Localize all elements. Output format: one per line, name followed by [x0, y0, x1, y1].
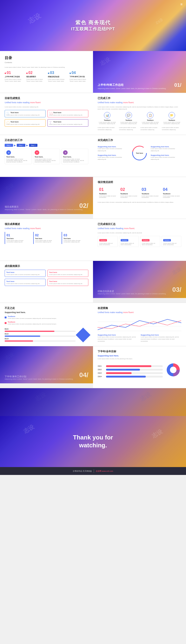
texthere-desc-4: Lorem ipsum dolor sit amet consectetur. [163, 242, 180, 245]
num-box-label-2: Texthere [120, 193, 138, 195]
cover-title-main: 紫色 商务现代 [75, 19, 111, 26]
footer-separator: | [93, 469, 94, 473]
not-done-label-4: Supporting text here. [151, 154, 181, 156]
dot-blue-2 [69, 72, 71, 74]
step-card-desc-3: Lorem ipsum dolor sit amet consectetur a… [63, 158, 87, 162]
shortcomings-subtitle: Supporting text here. [5, 311, 88, 314]
section1-title: 上半年/年终工作总结 [98, 83, 124, 87]
annual-pie-svg [165, 362, 181, 378]
toc-desc-2: Lorem ipsum dolor & dmet, 'Some' Lorem '… [26, 78, 45, 82]
prog-bar-2: 数据2 [5, 333, 75, 337]
done-col-1: Lorem ipsum dolor sit amet consectetur a… [98, 126, 117, 131]
step-arrow-2: ▶ [26, 144, 28, 146]
not-done-left: Supporting text here. Lorem ipsum dolor … [98, 146, 128, 160]
texthere-2: Texthere Lorem ipsum dolor sit amet cons… [119, 236, 139, 247]
overview-subtitle-normal: Unified fonts make reading [5, 227, 30, 230]
timeline-num-2: 02 [35, 233, 59, 237]
slide-shortcomings: 不足之处 Supporting text here. Texthere Lore… [0, 303, 93, 346]
not-done-desc-2: Lorem ipsum dolor sit amet consectetur a… [151, 148, 181, 152]
toc-item-2: 02 项目成果展示 Lorem ipsum dolor & dmet, 'Som… [26, 71, 45, 82]
slide-swot: 目标完成情况 Unified fonts make reading more f… [0, 93, 93, 135]
slide-pre-thankyou: 志设 志设 [0, 388, 186, 416]
project-status-title: 项目情况说明 [98, 180, 181, 184]
timeline-title-3: Text here [63, 238, 87, 239]
toc-num-1: 01 [5, 71, 24, 75]
step-1: Step 1 [5, 144, 13, 147]
feature-icon-4: 📁 [168, 112, 175, 118]
section3-label: 经验总结及改进 [98, 290, 181, 293]
done-work-desc: Lorem ipsum dolor sit amet, consectetur … [98, 106, 181, 110]
footer-right: 志设网 www.zs9.com [96, 470, 113, 472]
shortcoming-bullet-1 [5, 316, 7, 318]
case-1: Text here Lorem ipsum dolor sit amet con… [5, 270, 46, 277]
overview-title: 项目成果概述 [5, 222, 88, 226]
timeline-1: 01 Text here Lorem ipsum dolor sit amet … [5, 232, 31, 244]
slide-pair-toc: 目录 Contents Lorem ipsum dolor & dmet, 'S… [0, 51, 186, 93]
menu-icon[interactable]: ≡ [180, 2, 182, 6]
not-done-label-2: Supporting text here. [151, 146, 181, 148]
num-box-desc-2: Lorem ipsum dolor sit amet consectetur. [120, 195, 138, 198]
feature-label-1: Texthere [98, 120, 117, 121]
texthere-3: Texthere Lorem ipsum dolor sit amet cons… [140, 236, 160, 247]
slide-pair-section4: 志设 下半年/来年工作计划 Adipiscing dolor & dmet, '… [0, 346, 186, 388]
num-box-2: 02 Texthere Lorem ipsum dolor sit amet c… [119, 186, 139, 200]
toc-subtitle: Contents [5, 62, 88, 64]
timeline-3: 03 Text here Lorem ipsum dolor sit amet … [62, 232, 88, 244]
slide-thankyou: Thank you for watching. 志设 志设 [0, 416, 186, 467]
wm-wide: 志设 [34, 390, 47, 402]
done-col-2: Lorem ipsum dolor sit amet consectetur a… [119, 126, 139, 131]
feature-icon-1: 📊 [104, 112, 111, 118]
toc-label-3: 经验总结及改进 [48, 76, 67, 78]
texthere-desc-1: Lorem ipsum dolor sit amet consectetur. [99, 242, 116, 245]
swot-subtitle: Unified fonts make reading more fluent [5, 101, 88, 104]
section2-num: 02/ [79, 202, 88, 210]
dot-red-2 [26, 72, 28, 74]
improvement-support: Supporting text here Lorem ipsum dolor s… [98, 334, 181, 342]
slide-not-done: 未完成的工作 Supporting text here. Lorem ipsum… [93, 135, 186, 177]
num-box-num-3: 03 [142, 187, 159, 192]
step-arrow-1: ▶ [14, 144, 16, 146]
slide-pair-swot: 目标完成情况 Unified fonts make reading more f… [0, 93, 186, 135]
feature-icon-3: 📋 [147, 112, 153, 118]
thankyou-line1: Thank you for [73, 434, 113, 441]
texthere-label-1: Texthere [99, 239, 107, 242]
improvement-supporting-right: Supporting text here [141, 334, 181, 336]
not-done-layout: Supporting text here. Lorem ipsum dolor … [98, 144, 181, 162]
case-title-3: Text here [6, 280, 44, 282]
swot-o: O Text here Lorem ipsum dolor sit amet c… [5, 119, 46, 126]
feature-desc-2: Lorem ipsum dolor sit amet consectetur a… [119, 122, 139, 124]
toc-label-2: 项目成果展示 [26, 76, 45, 78]
prog-bar-3: 数据3 [5, 338, 75, 342]
annual-plan-content: 目标1 目标2 目标3 目标4 [98, 362, 181, 379]
slide-project-status: 项目情况说明 01 Texthere Lorem ipsum dolor sit… [93, 177, 186, 219]
swot-t-label: Text here [53, 121, 87, 123]
texthere-label-2: Texthere [121, 239, 128, 242]
step-card-title-1: Text here. [6, 156, 30, 158]
improvement-left: Supporting text here Lorem ipsum dolor s… [98, 334, 138, 342]
section3-desc: Adipiscing dolor & dmet, 'Some' Lorem 'd… [98, 293, 181, 294]
not-done-desc-4: Lorem ipsum dolor sit amet consectetur a… [151, 156, 181, 160]
shortcoming-label-2: Texthere [8, 321, 56, 323]
case-desc-4: Lorem ipsum dolor sit amet consectetur a… [49, 283, 87, 284]
texthere-desc-2: Lorem ipsum dolor sit amet consectetur. [121, 242, 137, 245]
toc-items: 01 上半年/年终工作总结 Lorem ipsum dolor & dmet, … [5, 71, 88, 82]
case-desc-2: Lorem ipsum dolor sit amet consectetur a… [49, 274, 87, 275]
shortcoming-label-1: Texthere [8, 316, 56, 318]
gradient-bg-wide: 志设 志设 [0, 388, 186, 416]
case-desc-1: Lorem ipsum dolor sit amet consectetur a… [6, 274, 44, 275]
slide-section-1-header: 志设 上半年/年终工作总结 Adipiscing dolor & dmet, '… [93, 51, 186, 93]
slide-cover: ≡ 紫色 商务现代 IT互联网工作总结PPT 志设 zs9 [0, 0, 186, 51]
wm-section3: 志设 [171, 266, 182, 276]
done-work-title: 已完成工作 [98, 96, 181, 100]
slide-improvement: 改进措施 Unified fonts make reading more flu… [93, 303, 186, 346]
svg-point-7 [170, 367, 176, 373]
watermark: 志设 [27, 11, 42, 26]
slide-in-progress: 正在进行的工作 Step 1 ▶ Step 1 ▶ Step 1 ⚙ Text … [0, 135, 93, 177]
project-status-desc: Lorem ipsum dolor sit amet, consectetur … [98, 201, 181, 204]
toc-num-4: 04 [69, 71, 88, 75]
swot-subtitle-highlight: more fluent [30, 101, 41, 104]
slide-pair-cases: 成功案例展示 Text here Lorem ipsum dolor sit a… [0, 261, 186, 303]
shortcoming-desc-1: Lorem ipsum dolor sit amet consectetur a… [8, 318, 56, 320]
timeline-title-2: Text here [35, 238, 59, 239]
step-3: Step 1 [29, 144, 37, 147]
